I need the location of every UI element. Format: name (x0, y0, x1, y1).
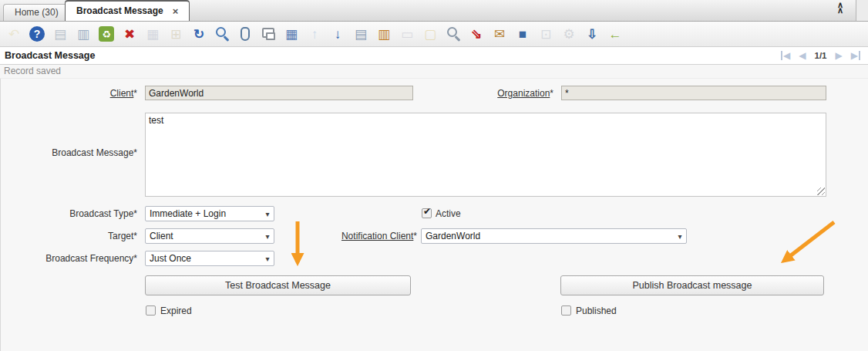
notification-client-label: Notification Client* (277, 228, 417, 244)
expired-label: Expired (160, 304, 192, 318)
broadcast-message-label: Broadcast Message* (1, 145, 137, 160)
detail-record-icon[interactable]: ↓ (328, 25, 347, 43)
target-select[interactable]: Client ▾ (145, 228, 274, 244)
process-icon: ⚙ (560, 25, 578, 43)
status-message: Record saved (4, 66, 61, 76)
tab-broadcast-message-label: Broadcast Message (76, 2, 163, 21)
workflow-icon[interactable]: ⇘ (467, 25, 486, 43)
chevron-down-icon: ▾ (261, 255, 274, 263)
broadcast-type-select[interactable]: Immediate + Login ▾ (145, 206, 274, 221)
tab-broadcast-message[interactable]: Broadcast Message × (65, 0, 190, 21)
delete-selection-icon[interactable]: ✖ (120, 25, 139, 43)
tab-bar: Home (30) Broadcast Message × ∧ ∧ (0, 0, 868, 22)
target-label: Target* (1, 228, 137, 244)
copy-record-icon[interactable]: ▥ (74, 25, 93, 43)
client-label: Client* (1, 86, 137, 101)
refresh-icon[interactable]: ↻ (190, 25, 208, 43)
published-label: Published (576, 304, 617, 318)
grid-toggle-icon[interactable]: ▦ (282, 25, 301, 43)
parent-record-icon: ↑ (305, 25, 324, 43)
organization-label: Organization* (417, 86, 553, 101)
broadcast-frequency-label: Broadcast Frequency* (1, 251, 137, 266)
broadcast-message-field[interactable]: test (145, 113, 826, 197)
organization-field (561, 86, 826, 100)
delete-record-icon[interactable]: ♻ (99, 26, 114, 42)
save-create-icon: ⊞ (167, 25, 185, 43)
first-record-icon: ◀ (781, 51, 790, 60)
published-checkbox[interactable] (561, 305, 571, 316)
print-icon: ▭ (398, 25, 416, 43)
tab-home-label: Home (30) (15, 7, 59, 18)
broadcast-frequency-select[interactable]: Just Once ▾ (145, 251, 274, 266)
east-panel-strip (856, 0, 868, 21)
zoom-across-icon[interactable] (444, 25, 463, 43)
textarea-resize-handle[interactable] (817, 187, 825, 195)
window-customize-icon: ⊡ (537, 25, 555, 43)
next-record-icon: ▶ (836, 51, 843, 60)
report-icon[interactable]: ▤ (352, 25, 370, 43)
archive-icon[interactable]: ▥ (375, 25, 393, 43)
status-bar: Record saved (0, 65, 868, 79)
test-broadcast-message-button[interactable]: Test Broadcast Message (145, 275, 411, 295)
publish-broadcast-message-button[interactable]: Publish Broadcast message (560, 275, 824, 295)
collapse-chevrons-icon[interactable]: ∧ ∧ (833, 2, 848, 18)
window-title-bar: Broadcast Message ◀ ◀ 1/1 ▶ ▶ (0, 47, 868, 65)
broadcast-type-label: Broadcast Type* (1, 206, 137, 221)
tab-home[interactable]: Home (30) (3, 4, 70, 21)
lock-icon: ▢ (421, 25, 439, 43)
quick-form-icon[interactable]: ■ (513, 25, 532, 43)
expired-checkbox[interactable] (146, 305, 156, 316)
find-icon[interactable] (213, 25, 231, 43)
notification-client-select[interactable]: GardenWorld ▾ (421, 228, 687, 244)
chevron-down-icon: ▾ (261, 210, 274, 218)
toolbar: ↶?▤▥♻✖▦⊞↻▦↑↓▤▥▭▢⇘✉■⊡⚙⇩← (0, 22, 868, 47)
last-record-icon: ▶ (851, 51, 860, 60)
active-checkbox[interactable] (422, 208, 432, 218)
save-icon: ▦ (143, 25, 162, 43)
undo-icon: ↶ (5, 25, 23, 43)
chevron-down-icon: ▾ (261, 232, 274, 241)
record-pager: ◀ ◀ 1/1 ▶ ▶ (781, 51, 868, 60)
record-count: 1/1 (815, 51, 827, 60)
broadcast-message-form: Client* Organization* Broadcast Message*… (0, 79, 868, 351)
export-icon[interactable]: ⇩ (583, 25, 601, 43)
tab-close-icon[interactable]: × (173, 2, 179, 21)
attachment-icon[interactable] (236, 25, 254, 43)
page-title: Broadcast Message (0, 50, 95, 61)
chat-icon[interactable] (259, 25, 278, 43)
chevron-down-icon: ▾ (674, 232, 686, 241)
previous-record-icon: ◀ (799, 51, 806, 60)
client-field (145, 86, 413, 100)
active-label: Active (436, 207, 461, 221)
new-record-icon[interactable]: ▤ (51, 25, 69, 43)
requests-icon[interactable]: ✉ (490, 25, 509, 43)
help-icon[interactable]: ? (29, 26, 45, 42)
exit-icon[interactable]: ← (606, 25, 624, 43)
